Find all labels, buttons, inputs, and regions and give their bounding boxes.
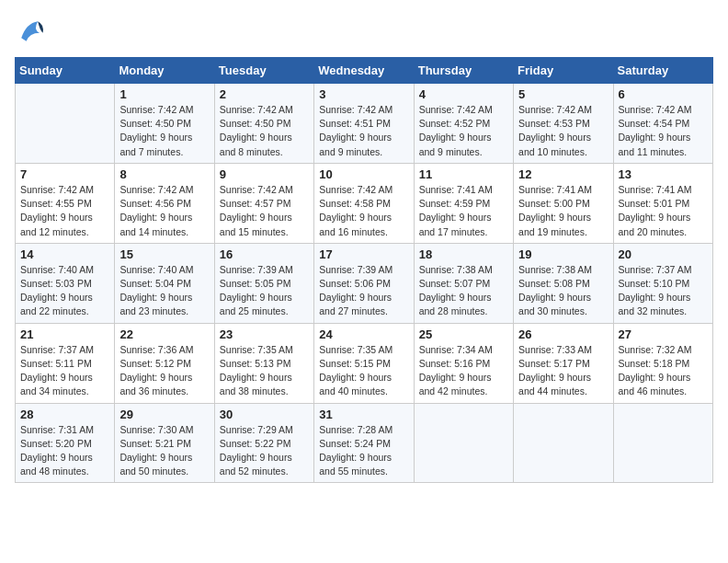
calendar-cell: 28Sunrise: 7:31 AM Sunset: 5:20 PM Dayli…: [16, 403, 115, 483]
cell-info: Sunrise: 7:40 AM Sunset: 5:03 PM Dayligh…: [20, 263, 109, 319]
cell-info: Sunrise: 7:31 AM Sunset: 5:20 PM Dayligh…: [20, 423, 109, 479]
cell-info: Sunrise: 7:42 AM Sunset: 4:56 PM Dayligh…: [119, 183, 209, 239]
calendar-cell: 2Sunrise: 7:42 AM Sunset: 4:50 PM Daylig…: [214, 84, 313, 164]
calendar-week-4: 21Sunrise: 7:37 AM Sunset: 5:11 PM Dayli…: [16, 323, 713, 403]
calendar-cell: 14Sunrise: 7:40 AM Sunset: 5:03 PM Dayli…: [16, 243, 115, 323]
cell-info: Sunrise: 7:42 AM Sunset: 4:50 PM Dayligh…: [220, 103, 309, 159]
day-number: 30: [220, 408, 309, 421]
cell-info: Sunrise: 7:39 AM Sunset: 5:05 PM Dayligh…: [220, 263, 309, 319]
logo-icon: [15, 15, 48, 48]
calendar-cell: 26Sunrise: 7:33 AM Sunset: 5:17 PM Dayli…: [514, 323, 613, 403]
calendar-cell: 5Sunrise: 7:42 AM Sunset: 4:53 PM Daylig…: [514, 84, 613, 164]
calendar-cell: 15Sunrise: 7:40 AM Sunset: 5:04 PM Dayli…: [115, 243, 214, 323]
day-number: 28: [20, 408, 109, 421]
calendar-cell: 13Sunrise: 7:41 AM Sunset: 5:01 PM Dayli…: [613, 163, 712, 243]
day-number: 4: [419, 87, 508, 101]
calendar-cell: 30Sunrise: 7:29 AM Sunset: 5:22 PM Dayli…: [214, 403, 313, 483]
day-header-friday: Friday: [514, 58, 613, 84]
cell-info: Sunrise: 7:28 AM Sunset: 5:24 PM Dayligh…: [319, 423, 408, 479]
day-number: 29: [119, 408, 209, 421]
day-number: 22: [119, 327, 209, 341]
day-number: 2: [220, 87, 309, 101]
cell-info: Sunrise: 7:33 AM Sunset: 5:17 PM Dayligh…: [518, 343, 608, 399]
calendar-table: SundayMondayTuesdayWednesdayThursdayFrid…: [15, 57, 713, 483]
calendar-cell: 8Sunrise: 7:42 AM Sunset: 4:56 PM Daylig…: [115, 163, 214, 243]
calendar-cell: 23Sunrise: 7:35 AM Sunset: 5:13 PM Dayli…: [214, 323, 313, 403]
calendar-cell: 11Sunrise: 7:41 AM Sunset: 4:59 PM Dayli…: [414, 163, 513, 243]
calendar-cell: [514, 403, 613, 483]
day-header-tuesday: Tuesday: [214, 58, 313, 84]
day-number: 23: [220, 327, 309, 341]
day-number: 11: [419, 167, 508, 181]
calendar-cell: 16Sunrise: 7:39 AM Sunset: 5:05 PM Dayli…: [214, 243, 313, 323]
calendar-cell: 10Sunrise: 7:42 AM Sunset: 4:58 PM Dayli…: [314, 163, 414, 243]
day-number: 5: [518, 87, 608, 101]
cell-info: Sunrise: 7:32 AM Sunset: 5:18 PM Dayligh…: [619, 343, 708, 399]
day-number: 18: [419, 247, 508, 261]
day-number: 19: [518, 247, 608, 261]
calendar-cell: 18Sunrise: 7:38 AM Sunset: 5:07 PM Dayli…: [414, 243, 513, 323]
cell-info: Sunrise: 7:30 AM Sunset: 5:21 PM Dayligh…: [119, 423, 209, 479]
calendar-cell: 31Sunrise: 7:28 AM Sunset: 5:24 PM Dayli…: [314, 403, 414, 483]
cell-info: Sunrise: 7:42 AM Sunset: 4:52 PM Dayligh…: [419, 103, 508, 159]
calendar-cell: 1Sunrise: 7:42 AM Sunset: 4:50 PM Daylig…: [115, 84, 214, 164]
cell-info: Sunrise: 7:37 AM Sunset: 5:11 PM Dayligh…: [20, 343, 109, 399]
calendar-cell: 24Sunrise: 7:35 AM Sunset: 5:15 PM Dayli…: [314, 323, 414, 403]
calendar-cell: 25Sunrise: 7:34 AM Sunset: 5:16 PM Dayli…: [414, 323, 513, 403]
calendar-cell: 22Sunrise: 7:36 AM Sunset: 5:12 PM Dayli…: [115, 323, 214, 403]
cell-info: Sunrise: 7:42 AM Sunset: 4:55 PM Dayligh…: [20, 183, 109, 239]
day-number: 27: [619, 327, 708, 341]
cell-info: Sunrise: 7:39 AM Sunset: 5:06 PM Dayligh…: [319, 263, 408, 319]
cell-info: Sunrise: 7:41 AM Sunset: 5:01 PM Dayligh…: [619, 183, 708, 239]
calendar-cell: [414, 403, 513, 483]
calendar-week-2: 7Sunrise: 7:42 AM Sunset: 4:55 PM Daylig…: [16, 163, 713, 243]
cell-info: Sunrise: 7:40 AM Sunset: 5:04 PM Dayligh…: [119, 263, 209, 319]
cell-info: Sunrise: 7:38 AM Sunset: 5:08 PM Dayligh…: [518, 263, 608, 319]
day-header-thursday: Thursday: [414, 58, 513, 84]
calendar-cell: 21Sunrise: 7:37 AM Sunset: 5:11 PM Dayli…: [16, 323, 115, 403]
day-number: 10: [319, 167, 408, 181]
calendar-cell: 7Sunrise: 7:42 AM Sunset: 4:55 PM Daylig…: [16, 163, 115, 243]
day-number: 24: [319, 327, 408, 341]
page-header: [15, 15, 713, 48]
calendar-cell: 19Sunrise: 7:38 AM Sunset: 5:08 PM Dayli…: [514, 243, 613, 323]
calendar-cell: [16, 84, 115, 164]
calendar-cell: 12Sunrise: 7:41 AM Sunset: 5:00 PM Dayli…: [514, 163, 613, 243]
day-header-saturday: Saturday: [613, 58, 712, 84]
cell-info: Sunrise: 7:42 AM Sunset: 4:50 PM Dayligh…: [119, 103, 209, 159]
day-number: 21: [20, 327, 109, 341]
calendar-cell: [613, 403, 712, 483]
calendar-week-3: 14Sunrise: 7:40 AM Sunset: 5:03 PM Dayli…: [16, 243, 713, 323]
cell-info: Sunrise: 7:42 AM Sunset: 4:54 PM Dayligh…: [619, 103, 708, 159]
cell-info: Sunrise: 7:35 AM Sunset: 5:13 PM Dayligh…: [220, 343, 309, 399]
calendar-cell: 4Sunrise: 7:42 AM Sunset: 4:52 PM Daylig…: [414, 84, 513, 164]
calendar-cell: 29Sunrise: 7:30 AM Sunset: 5:21 PM Dayli…: [115, 403, 214, 483]
calendar-week-1: 1Sunrise: 7:42 AM Sunset: 4:50 PM Daylig…: [16, 84, 713, 164]
cell-info: Sunrise: 7:42 AM Sunset: 4:51 PM Dayligh…: [319, 103, 408, 159]
day-header-sunday: Sunday: [16, 58, 115, 84]
cell-info: Sunrise: 7:41 AM Sunset: 5:00 PM Dayligh…: [518, 183, 608, 239]
day-number: 26: [518, 327, 608, 341]
cell-info: Sunrise: 7:35 AM Sunset: 5:15 PM Dayligh…: [319, 343, 408, 399]
cell-info: Sunrise: 7:34 AM Sunset: 5:16 PM Dayligh…: [419, 343, 508, 399]
cell-info: Sunrise: 7:36 AM Sunset: 5:12 PM Dayligh…: [119, 343, 209, 399]
day-number: 16: [220, 247, 309, 261]
logo: [15, 15, 51, 48]
day-number: 17: [319, 247, 408, 261]
calendar-body: 1Sunrise: 7:42 AM Sunset: 4:50 PM Daylig…: [16, 84, 713, 483]
calendar-cell: 20Sunrise: 7:37 AM Sunset: 5:10 PM Dayli…: [613, 243, 712, 323]
cell-info: Sunrise: 7:42 AM Sunset: 4:58 PM Dayligh…: [319, 183, 408, 239]
calendar-header-row: SundayMondayTuesdayWednesdayThursdayFrid…: [16, 58, 713, 84]
cell-info: Sunrise: 7:37 AM Sunset: 5:10 PM Dayligh…: [619, 263, 708, 319]
cell-info: Sunrise: 7:38 AM Sunset: 5:07 PM Dayligh…: [419, 263, 508, 319]
calendar-cell: 9Sunrise: 7:42 AM Sunset: 4:57 PM Daylig…: [214, 163, 313, 243]
cell-info: Sunrise: 7:42 AM Sunset: 4:57 PM Dayligh…: [220, 183, 309, 239]
cell-info: Sunrise: 7:29 AM Sunset: 5:22 PM Dayligh…: [220, 423, 309, 479]
day-number: 3: [319, 87, 408, 101]
day-number: 6: [619, 87, 708, 101]
day-header-wednesday: Wednesday: [314, 58, 414, 84]
calendar-cell: 3Sunrise: 7:42 AM Sunset: 4:51 PM Daylig…: [314, 84, 414, 164]
day-header-monday: Monday: [115, 58, 214, 84]
cell-info: Sunrise: 7:42 AM Sunset: 4:53 PM Dayligh…: [518, 103, 608, 159]
day-number: 14: [20, 247, 109, 261]
